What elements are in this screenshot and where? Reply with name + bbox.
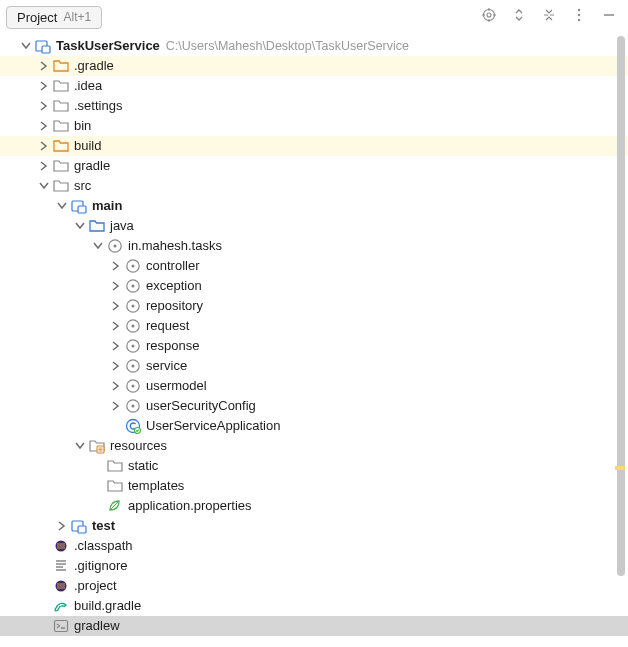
root-name: TaskUserService <box>56 36 160 56</box>
eclipse-icon <box>52 577 70 595</box>
source-folder-icon <box>88 217 106 235</box>
tree-item-service[interactable]: service <box>0 356 628 376</box>
folder-icon <box>52 57 70 75</box>
module-icon <box>34 37 52 55</box>
package-icon <box>124 337 142 355</box>
tree-item-build-gradle[interactable]: build.gradle <box>0 596 628 616</box>
tree-item-bin[interactable]: bin <box>0 116 628 136</box>
tree-item-settings[interactable]: .settings <box>0 96 628 116</box>
chevron-right-icon[interactable] <box>36 98 52 114</box>
tree-item-gitignore[interactable]: .gitignore <box>0 556 628 576</box>
project-tree[interactable]: TaskUserService C:\Users\Mahesh\Desktop\… <box>0 30 628 636</box>
project-tab[interactable]: Project Alt+1 <box>6 6 102 29</box>
package-icon <box>106 237 124 255</box>
tree-item-controller[interactable]: controller <box>0 256 628 276</box>
tree-item-build[interactable]: build <box>0 136 628 156</box>
root-path: C:\Users\Mahesh\Desktop\TaskUserService <box>166 36 409 56</box>
tree-item-label: UserServiceApplication <box>146 416 280 436</box>
spring-leaf-icon <box>106 497 124 515</box>
package-icon <box>124 257 142 275</box>
tree-item-templates[interactable]: templates <box>0 476 628 496</box>
chevron-right-icon[interactable] <box>108 378 124 394</box>
project-toolbar: Project Alt+1 <box>0 0 628 30</box>
tree-item-package[interactable]: in.mahesh.tasks <box>0 236 628 256</box>
tree-item-label: build.gradle <box>74 596 141 616</box>
select-open-file-icon[interactable] <box>480 6 498 24</box>
folder-icon <box>106 457 124 475</box>
tree-item-label: templates <box>128 476 184 496</box>
tree-item-request[interactable]: request <box>0 316 628 336</box>
tree-root[interactable]: TaskUserService C:\Users\Mahesh\Desktop\… <box>0 36 628 56</box>
chevron-right-icon[interactable] <box>54 518 70 534</box>
tree-item-src[interactable]: src <box>0 176 628 196</box>
terminal-icon <box>52 617 70 635</box>
more-options-icon[interactable] <box>570 6 588 24</box>
chevron-right-icon[interactable] <box>36 118 52 134</box>
scrollbar-thumb[interactable] <box>617 36 625 576</box>
tree-item-usersecurityconfig[interactable]: userSecurityConfig <box>0 396 628 416</box>
tree-item-main[interactable]: main <box>0 196 628 216</box>
tree-item-response[interactable]: response <box>0 336 628 356</box>
chevron-right-icon[interactable] <box>36 138 52 154</box>
chevron-down-icon[interactable] <box>18 38 34 54</box>
tree-item-usermodel[interactable]: usermodel <box>0 376 628 396</box>
tree-item-label: response <box>146 336 199 356</box>
eclipse-icon <box>52 537 70 555</box>
tree-item-label: build <box>74 136 101 156</box>
project-tab-label: Project <box>17 10 57 25</box>
tree-item-label: exception <box>146 276 202 296</box>
collapse-all-icon[interactable] <box>540 6 558 24</box>
chevron-right-icon[interactable] <box>108 298 124 314</box>
chevron-down-icon[interactable] <box>90 238 106 254</box>
tree-item-exception[interactable]: exception <box>0 276 628 296</box>
tree-item-java[interactable]: java <box>0 216 628 236</box>
tree-item-gradle-hidden[interactable]: .gradle <box>0 56 628 76</box>
tree-item-static[interactable]: static <box>0 456 628 476</box>
chevron-right-icon[interactable] <box>36 58 52 74</box>
module-icon <box>70 197 88 215</box>
chevron-right-icon[interactable] <box>108 338 124 354</box>
tree-item-application-properties[interactable]: application.properties <box>0 496 628 516</box>
package-icon <box>124 397 142 415</box>
resources-folder-icon <box>88 437 106 455</box>
tree-item-gradlew[interactable]: gradlew <box>0 616 628 636</box>
package-icon <box>124 377 142 395</box>
chevron-down-icon[interactable] <box>36 178 52 194</box>
tree-item-repository[interactable]: repository <box>0 296 628 316</box>
tree-item-project-file[interactable]: .project <box>0 576 628 596</box>
tree-item-label: test <box>92 516 115 536</box>
tree-item-label: main <box>92 196 122 216</box>
chevron-right-icon[interactable] <box>108 258 124 274</box>
minimize-icon[interactable] <box>600 6 618 24</box>
chevron-down-icon[interactable] <box>72 438 88 454</box>
tree-item-label: .classpath <box>74 536 133 556</box>
chevron-right-icon[interactable] <box>108 358 124 374</box>
chevron-right-icon[interactable] <box>108 278 124 294</box>
tree-item-label: .idea <box>74 76 102 96</box>
project-tab-shortcut: Alt+1 <box>63 10 91 24</box>
tree-item-label: .gradle <box>74 56 114 76</box>
chevron-down-icon[interactable] <box>72 218 88 234</box>
chevron-right-icon[interactable] <box>108 398 124 414</box>
tree-item-resources[interactable]: resources <box>0 436 628 456</box>
expand-collapse-icon[interactable] <box>510 6 528 24</box>
gutter-change-marker <box>615 466 625 470</box>
folder-icon <box>52 117 70 135</box>
chevron-down-icon[interactable] <box>54 198 70 214</box>
chevron-right-icon[interactable] <box>108 318 124 334</box>
tree-item-gradle[interactable]: gradle <box>0 156 628 176</box>
tree-item-classpath[interactable]: .classpath <box>0 536 628 556</box>
chevron-right-icon[interactable] <box>36 78 52 94</box>
tree-item-label: request <box>146 316 189 336</box>
chevron-right-icon[interactable] <box>36 158 52 174</box>
class-icon <box>124 417 142 435</box>
tree-item-test[interactable]: test <box>0 516 628 536</box>
tree-item-label: static <box>128 456 158 476</box>
tree-item-idea[interactable]: .idea <box>0 76 628 96</box>
tree-item-userserviceapplication[interactable]: UserServiceApplication <box>0 416 628 436</box>
scrollbar[interactable] <box>616 36 626 647</box>
tree-item-label: repository <box>146 296 203 316</box>
gradle-icon <box>52 597 70 615</box>
tree-item-label: resources <box>110 436 167 456</box>
tree-item-label: bin <box>74 116 91 136</box>
